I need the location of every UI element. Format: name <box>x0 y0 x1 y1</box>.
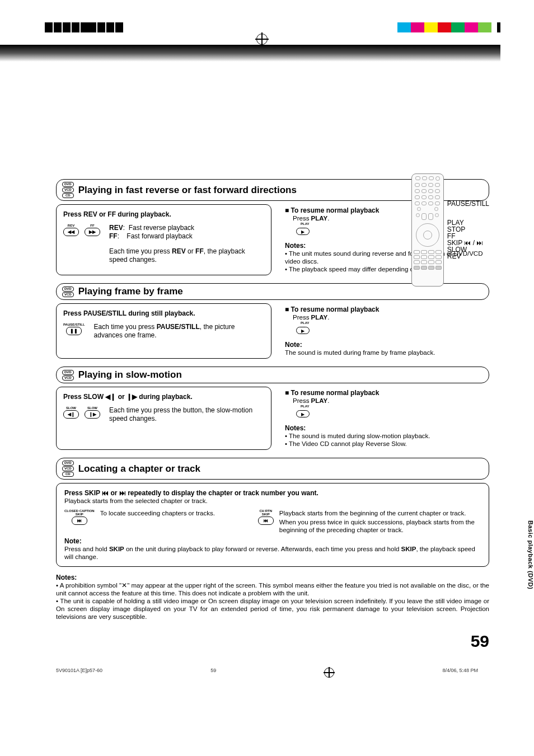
remote-outline <box>411 173 444 287</box>
s2-para: Each time you press PAUSE/STILL, the pic… <box>94 323 264 340</box>
s4-note-head: Note: <box>64 537 481 545</box>
slow-fwd-button-icon: SLOW❙▶ <box>85 406 100 419</box>
s4-instruction: Press SKIP ⏮ or ⏭ repeatedly to display … <box>64 489 481 497</box>
s2-resume-head: To resume normal playback <box>285 306 486 313</box>
section-1-left: Press REV or FF during playback. REV◀◀ F… <box>56 204 271 275</box>
section-2-title: Playing frame by frame <box>78 286 183 297</box>
section-1-title: Playing in fast reverse or fast forward … <box>78 185 297 196</box>
s2-note1: The sound is muted during frame by frame… <box>285 349 486 356</box>
slow-rev-button-icon: SLOW◀❙ <box>63 406 79 419</box>
media-badges: DVD VCD CD <box>62 461 74 477</box>
s4-left-desc: To locate succeeding chapters or tracks. <box>100 509 215 534</box>
skip-fwd-button-icon: CLOSED CAPTIONSKIP⏭ <box>64 509 95 534</box>
s4-right-desc1: Playback starts from the beginning of th… <box>279 509 481 517</box>
section-4-header: DVD VCD CD Locating a chapter or track <box>56 458 489 480</box>
footer-right: 8/4/06, 5:48 PM <box>442 668 478 678</box>
s4-sub: Playback starts from the selected chapte… <box>64 497 481 505</box>
s2-press-play: Press PLAY. <box>293 313 486 321</box>
play-button-icon <box>296 410 310 417</box>
registration-crosshair-icon <box>256 34 268 45</box>
play-button-icon <box>296 228 310 235</box>
s4-note-text: Press and hold SKIP on the unit during p… <box>64 545 481 561</box>
s1-para: Each time you press REV or FF, the playb… <box>109 247 264 264</box>
section-2-left: Press PAUSE/STILL during still playback.… <box>56 303 271 359</box>
section-4-title: Locating a chapter or track <box>78 463 200 475</box>
section-3-right: To resume normal playback Press PLAY. PL… <box>282 387 489 450</box>
s3-press-play: Press PLAY. <box>293 397 486 405</box>
label-pause: PAUSE/STILL <box>447 200 489 207</box>
footer-notes-head: Notes: <box>56 574 489 581</box>
s1-instruction: Press REV or FF during playback. <box>63 210 264 218</box>
section-2-right: To resume normal playback Press PLAY. PL… <box>282 303 489 359</box>
s4-right-desc2: When you press twice in quick succession… <box>279 518 481 534</box>
label-rev: REV <box>447 253 489 260</box>
remote-labels: PAUSE/STILL PLAY STOP FF SKIP ⏮ / ⏭ SLOW… <box>447 200 489 260</box>
footer-left: 5V90101A [E]p57-60 <box>56 668 102 678</box>
s3-note2: • The Video CD cannot play Reverse Slow. <box>285 440 486 448</box>
side-tab: Basic playback (DVD) <box>527 520 534 589</box>
play-button-icon <box>296 327 310 334</box>
ff-desc: FF: Fast forward playback <box>109 232 264 241</box>
media-badges: DVD VCD CD <box>62 182 74 198</box>
media-badges: DVD VCD <box>62 370 74 381</box>
section-3-left: Press SLOW ◀❙ or ❙▶ during playback. SLO… <box>56 387 271 450</box>
remote-diagram: PAUSE/STILL PLAY STOP FF SKIP ⏮ / ⏭ SLOW… <box>411 173 489 287</box>
skip-back-button-icon: CH RTNSKIP⏮ <box>258 509 274 534</box>
section-4-body: Press SKIP ⏮ or ⏭ repeatedly to display … <box>56 483 489 567</box>
s2-notes-head: Note: <box>285 341 486 349</box>
media-badges: DVD VCD <box>62 287 74 297</box>
gradient-bar <box>0 45 500 62</box>
dpad-icon <box>416 223 439 247</box>
right-color-swatches <box>397 22 500 32</box>
s3-note1: • The sound is muted during slow-motion … <box>285 432 486 440</box>
rev-desc: REV: Fast reverse playback <box>109 224 264 232</box>
section-3-header: DVD VCD Playing in slow-motion <box>56 367 489 383</box>
ff-button-icon: FF▶▶ <box>85 224 100 236</box>
print-footer: 5V90101A [E]p57-60 59 8/4/06, 5:48 PM <box>56 668 478 678</box>
footer-mid: 59 <box>210 668 216 678</box>
page-number: 59 <box>56 632 489 651</box>
pause-button-icon: PAUSE/STILL❚❚ <box>63 323 85 335</box>
rev-button-icon: REV◀◀ <box>63 224 79 236</box>
footer-note-1: • A prohibition symbol "✕" may appear at… <box>56 581 489 597</box>
left-registration-marks <box>45 22 124 32</box>
s3-para: Each time you press the button, the slow… <box>109 406 264 423</box>
s2-instruction: Press PAUSE/STILL during still playback. <box>63 309 264 317</box>
s3-instruction: Press SLOW ◀❙ or ❙▶ during playback. <box>63 393 264 401</box>
registration-crosshair-icon <box>324 668 334 678</box>
s3-notes-head: Notes: <box>285 424 486 432</box>
footer-note-2: • The unit is capable of holding a still… <box>56 597 489 621</box>
section-3-title: Playing in slow-motion <box>78 369 182 381</box>
s3-resume-head: To resume normal playback <box>285 389 486 397</box>
footer-notes: Notes: • A prohibition symbol "✕" may ap… <box>56 574 489 621</box>
